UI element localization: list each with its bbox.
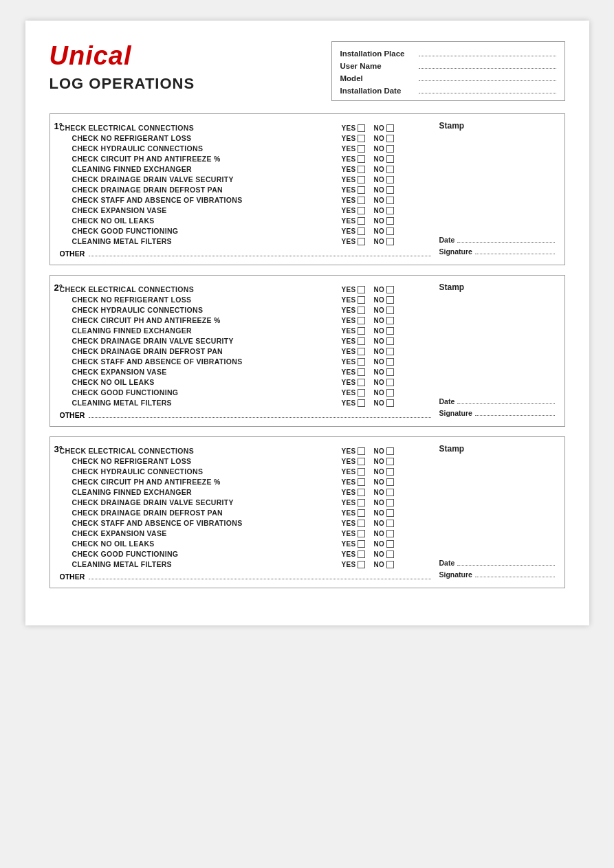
row-label-2-5: CLEANING FINNED EXCHANGER <box>72 326 342 335</box>
no-group-2-10: NO <box>373 379 394 386</box>
yes-checkbox-1-12[interactable] <box>358 238 365 245</box>
yes-label-1-2: YES <box>342 135 356 142</box>
yes-checkbox-2-6[interactable] <box>358 337 365 345</box>
no-checkbox-2-9[interactable] <box>386 368 394 376</box>
no-checkbox-3-5[interactable] <box>386 489 394 496</box>
yes-checkbox-2-4[interactable] <box>358 317 365 324</box>
no-checkbox-1-12[interactable] <box>386 238 394 245</box>
no-group-2-5: NO <box>373 327 394 335</box>
row-label-3-7: CHECK DRAINAGE DRAIN DEFROST PAN <box>72 509 342 517</box>
no-checkbox-3-2[interactable] <box>386 458 394 465</box>
date-row-2: Date <box>439 396 555 405</box>
no-label-3-9: NO <box>373 530 384 537</box>
yes-label-2-4: YES <box>342 317 356 324</box>
yes-checkbox-3-12[interactable] <box>358 561 365 568</box>
no-checkbox-1-4[interactable] <box>386 155 394 163</box>
yes-checkbox-1-1[interactable] <box>358 124 365 132</box>
no-label-3-11: NO <box>373 550 384 558</box>
yes-checkbox-2-12[interactable] <box>358 399 365 407</box>
date-label-2: Date <box>439 397 455 405</box>
no-label-2-9: NO <box>373 368 384 376</box>
no-checkbox-2-10[interactable] <box>386 379 394 386</box>
no-checkbox-3-4[interactable] <box>386 478 394 486</box>
no-checkbox-1-2[interactable] <box>386 135 394 142</box>
yes-checkbox-3-1[interactable] <box>358 447 365 455</box>
no-checkbox-3-8[interactable] <box>386 520 394 527</box>
no-group-1-4: NO <box>373 155 394 163</box>
yes-no-1-9: YESNO <box>342 207 431 214</box>
yes-checkbox-1-11[interactable] <box>358 227 365 235</box>
yes-checkbox-3-6[interactable] <box>358 499 365 507</box>
yes-checkbox-1-7[interactable] <box>358 186 365 194</box>
no-checkbox-3-6[interactable] <box>386 499 394 507</box>
no-checkbox-3-9[interactable] <box>386 530 394 537</box>
yes-checkbox-3-5[interactable] <box>358 489 365 496</box>
yes-checkbox-1-5[interactable] <box>358 166 365 173</box>
other-row-1: OTHER <box>60 248 431 258</box>
no-checkbox-1-3[interactable] <box>386 145 394 153</box>
checklist-row-3-12: CLEANING METAL FILTERSYESNO <box>60 560 431 568</box>
other-label-2: OTHER <box>60 411 85 419</box>
yes-checkbox-3-3[interactable] <box>358 468 365 476</box>
yes-checkbox-3-7[interactable] <box>358 509 365 517</box>
yes-checkbox-1-10[interactable] <box>358 217 365 225</box>
no-checkbox-3-12[interactable] <box>386 561 394 568</box>
yes-checkbox-2-2[interactable] <box>358 296 365 304</box>
no-checkbox-1-8[interactable] <box>386 197 394 204</box>
yes-checkbox-2-9[interactable] <box>358 368 365 376</box>
no-checkbox-1-6[interactable] <box>386 176 394 183</box>
yes-checkbox-2-1[interactable] <box>358 286 365 293</box>
no-checkbox-1-10[interactable] <box>386 217 394 225</box>
yes-checkbox-2-10[interactable] <box>358 379 365 386</box>
no-checkbox-2-4[interactable] <box>386 317 394 324</box>
yes-checkbox-2-3[interactable] <box>358 307 365 314</box>
yes-checkbox-1-9[interactable] <box>358 207 365 214</box>
no-checkbox-1-5[interactable] <box>386 166 394 173</box>
no-checkbox-2-2[interactable] <box>386 296 394 304</box>
yes-checkbox-2-7[interactable] <box>358 348 365 355</box>
yes-no-2-9: YESNO <box>342 368 431 376</box>
no-checkbox-2-5[interactable] <box>386 327 394 335</box>
section-content-1: CHECK ELECTRICAL CONNECTIONSYESNOCHECK N… <box>60 121 555 258</box>
no-checkbox-2-8[interactable] <box>386 358 394 366</box>
row-label-2-2: CHECK NO REFRIGERANT LOSS <box>72 296 342 304</box>
no-label-2-11: NO <box>373 389 384 397</box>
yes-no-1-1: YESNO <box>342 124 431 132</box>
row-label-1-7: CHECK DRAINAGE DRAIN DEFROST PAN <box>72 186 342 194</box>
yes-checkbox-3-10[interactable] <box>358 540 365 548</box>
yes-checkbox-1-4[interactable] <box>358 155 365 163</box>
no-label-2-12: NO <box>373 399 384 407</box>
no-checkbox-1-1[interactable] <box>386 124 394 132</box>
no-checkbox-2-7[interactable] <box>386 348 394 355</box>
no-checkbox-1-7[interactable] <box>386 186 394 194</box>
yes-checkbox-2-11[interactable] <box>358 389 365 397</box>
no-checkbox-3-7[interactable] <box>386 509 394 517</box>
yes-checkbox-3-11[interactable] <box>358 550 365 558</box>
yes-checkbox-3-2[interactable] <box>358 458 365 465</box>
no-checkbox-3-1[interactable] <box>386 447 394 455</box>
yes-checkbox-1-2[interactable] <box>358 135 365 142</box>
no-checkbox-1-9[interactable] <box>386 207 394 214</box>
no-checkbox-2-12[interactable] <box>386 399 394 407</box>
no-checkbox-3-10[interactable] <box>386 540 394 548</box>
date-dots-3 <box>457 557 554 566</box>
yes-checkbox-3-9[interactable] <box>358 530 365 537</box>
no-checkbox-1-11[interactable] <box>386 227 394 235</box>
no-checkbox-2-11[interactable] <box>386 389 394 397</box>
yes-checkbox-2-5[interactable] <box>358 327 365 335</box>
no-label-1-2: NO <box>373 135 384 142</box>
yes-group-2-3: YES <box>342 307 366 314</box>
yes-checkbox-3-8[interactable] <box>358 520 365 527</box>
yes-checkbox-1-6[interactable] <box>358 176 365 183</box>
yes-checkbox-3-4[interactable] <box>358 478 365 486</box>
no-checkbox-2-1[interactable] <box>386 286 394 293</box>
no-checkbox-3-3[interactable] <box>386 468 394 476</box>
yes-checkbox-2-8[interactable] <box>358 358 365 366</box>
no-checkbox-2-3[interactable] <box>386 307 394 314</box>
no-checkbox-3-11[interactable] <box>386 550 394 558</box>
yes-checkbox-1-3[interactable] <box>358 145 365 153</box>
yes-checkbox-1-8[interactable] <box>358 197 365 204</box>
no-label-3-8: NO <box>373 520 384 527</box>
no-checkbox-2-6[interactable] <box>386 337 394 345</box>
row-label-3-9: CHECK EXPANSION VASE <box>72 529 342 537</box>
